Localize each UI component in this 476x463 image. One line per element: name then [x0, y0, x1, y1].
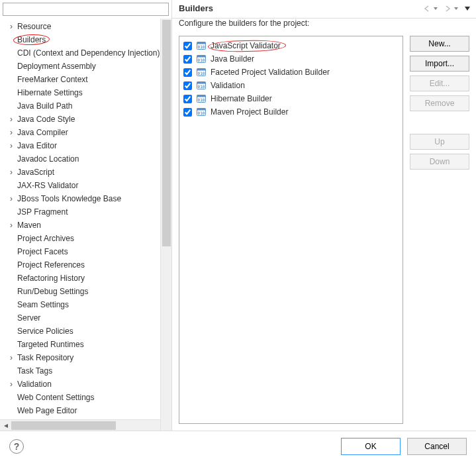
tree-item[interactable]: Targeted Runtimes [0, 338, 171, 351]
builder-item-label: Java Builder [211, 54, 254, 64]
expand-arrow-icon[interactable]: › [7, 22, 16, 31]
tree-scrollbar-vertical[interactable] [160, 19, 171, 431]
tree-item-label: Java Editor [16, 141, 57, 150]
builder-checkbox[interactable] [183, 81, 192, 90]
tree-item-label: Run/Debug Settings [16, 287, 88, 296]
tree-item[interactable]: Task Tags [0, 364, 171, 378]
builder-icon: 010 [196, 40, 207, 51]
builder-icon: 010 [196, 93, 207, 104]
builder-item[interactable]: 010JavaScript Validator [182, 39, 400, 52]
tree-item[interactable]: Project Facets [0, 245, 171, 258]
builders-list[interactable]: 010JavaScript Validator010Java Builder01… [179, 36, 403, 424]
tree-item[interactable]: ›Validation [0, 378, 171, 391]
tree-item[interactable]: Project References [0, 258, 171, 272]
tree-item-label: Project References [16, 260, 85, 270]
expand-arrow-icon[interactable]: › [7, 221, 16, 230]
tree-item[interactable]: Web Page Editor [0, 404, 171, 417]
cancel-button[interactable]: Cancel [407, 438, 467, 455]
builder-checkbox[interactable] [183, 55, 192, 64]
tree-item-label: Maven [16, 221, 41, 230]
builder-item[interactable]: 010Validation [182, 79, 400, 92]
tree-item[interactable]: ›Maven [0, 219, 171, 232]
tree-item-label: Java Build Path [16, 101, 72, 111]
ok-button[interactable]: OK [341, 438, 401, 455]
tree-item[interactable]: Javadoc Location [0, 152, 171, 166]
tree-item-label: Hibernate Settings [16, 88, 83, 97]
tree-item-label: JBoss Tools Knowledge Base [16, 194, 121, 203]
expand-arrow-icon[interactable]: › [7, 115, 16, 124]
tree-item[interactable]: ›Java Code Style [0, 113, 171, 126]
help-icon[interactable]: ? [9, 439, 24, 454]
tree-item[interactable]: Run/Debug Settings [0, 285, 171, 298]
down-button[interactable]: Down [410, 154, 469, 170]
tree-filter-input[interactable] [3, 3, 169, 16]
svg-text:010: 010 [198, 111, 205, 115]
builder-item[interactable]: 010Hibernate Builder [182, 92, 400, 105]
expand-arrow-icon[interactable]: › [7, 168, 16, 177]
nav-forward-button[interactable] [442, 3, 460, 14]
chevron-down-icon [453, 6, 459, 11]
tree-item-label: JAX-RS Validator [16, 181, 78, 190]
builder-checkbox[interactable] [183, 42, 192, 50]
tree-item-label: Resource [16, 22, 51, 31]
scroll-left-icon[interactable]: ◂ [0, 421, 11, 431]
tree-item[interactable]: Service Policies [0, 325, 171, 338]
tree-item[interactable]: Server [0, 311, 171, 325]
builder-item-label: Hibernate Builder [211, 94, 272, 103]
builder-checkbox[interactable] [183, 68, 192, 77]
expand-arrow-icon[interactable]: › [7, 128, 16, 137]
up-button[interactable]: Up [410, 134, 469, 150]
builder-icon: 010 [196, 107, 207, 117]
expand-arrow-icon[interactable]: › [7, 380, 16, 389]
scrollbar-thumb[interactable] [162, 20, 171, 246]
tree-item-label: JavaScript [16, 168, 54, 177]
tree-item[interactable]: Project Archives [0, 232, 171, 245]
new-button[interactable]: New... [410, 36, 469, 52]
tree-item[interactable]: ›Java Editor [0, 139, 171, 152]
builder-item-label: Maven Project Builder [211, 107, 288, 117]
remove-button[interactable]: Remove [410, 95, 469, 111]
tree-item[interactable]: Builders [0, 33, 171, 46]
import-button[interactable]: Import... [410, 56, 469, 72]
builder-icon: 010 [196, 67, 207, 77]
tree-item[interactable]: Hibernate Settings [0, 86, 171, 99]
chevron-down-icon [433, 6, 438, 11]
expand-arrow-icon[interactable]: › [7, 353, 16, 362]
tree-item[interactable]: ›JBoss Tools Knowledge Base [0, 192, 171, 205]
tree-item[interactable]: FreeMarker Context [0, 73, 171, 86]
tree-item[interactable]: JAX-RS Validator [0, 179, 171, 192]
category-tree[interactable]: ›ResourceBuildersCDI (Context and Depend… [0, 19, 171, 419]
tree-item[interactable]: Deployment Assembly [0, 60, 171, 73]
tree-scrollbar-horizontal[interactable]: ◂ ▸ [0, 419, 171, 431]
expand-arrow-icon[interactable]: › [7, 194, 16, 203]
tree-item[interactable]: Web Content Settings [0, 391, 171, 404]
tree-item[interactable]: Refactoring History [0, 272, 171, 285]
tree-item[interactable]: Seam Settings [0, 298, 171, 311]
tree-item-label: Java Code Style [16, 115, 75, 124]
tree-item-label: Targeted Runtimes [16, 340, 84, 349]
builder-item[interactable]: 010Java Builder [182, 52, 400, 66]
tree-item[interactable]: ›Task Repository [0, 351, 171, 364]
tree-item[interactable]: ›Java Compiler [0, 126, 171, 139]
tree-item[interactable]: CDI (Context and Dependency Injection) [0, 46, 171, 60]
builder-item[interactable]: 010Faceted Project Validation Builder [182, 66, 400, 79]
builder-icon: 010 [196, 80, 207, 91]
nav-back-button[interactable] [422, 3, 440, 14]
tree-item[interactable]: ›JavaScript [0, 166, 171, 179]
tree-item-label: Project Archives [16, 234, 74, 243]
tree-item[interactable]: ›Resource [0, 20, 171, 33]
expand-arrow-icon[interactable]: › [7, 141, 16, 150]
chevron-down-icon [464, 5, 471, 12]
svg-text:010: 010 [198, 71, 205, 76]
tree-item-label: Deployment Assembly [16, 62, 96, 71]
builder-checkbox[interactable] [183, 108, 192, 117]
builder-checkbox[interactable] [183, 95, 192, 103]
edit-button[interactable]: Edit... [410, 76, 469, 91]
builder-icon: 010 [196, 54, 207, 64]
tree-item[interactable]: JSP Fragment [0, 205, 171, 219]
page-header: Builders [172, 0, 476, 19]
tree-item[interactable]: Java Build Path [0, 99, 171, 113]
view-menu-button[interactable] [463, 3, 472, 14]
scrollbar-thumb[interactable] [11, 421, 116, 430]
builder-item[interactable]: 010Maven Project Builder [182, 105, 400, 119]
